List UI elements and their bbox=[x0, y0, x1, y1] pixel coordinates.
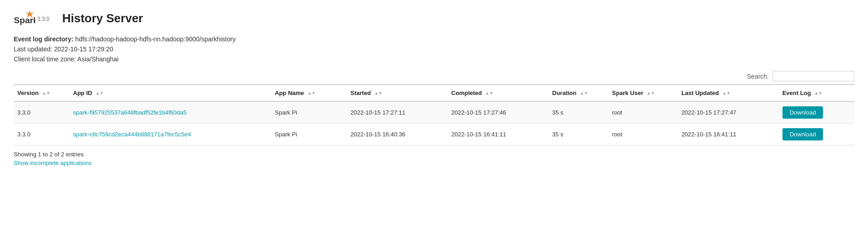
spark-logo-icon: Spark bbox=[14, 9, 35, 27]
cell-version: 3.3.0 bbox=[14, 124, 70, 145]
download-button[interactable]: Download bbox=[782, 106, 823, 119]
cell-appid: spark-c8c759cd2eca444b888171a7fec5c5e4 bbox=[70, 124, 271, 145]
sort-arrows-version[interactable]: ▲▼ bbox=[42, 91, 50, 95]
cell-sparkuser: root bbox=[608, 101, 678, 124]
cell-appname: Spark Pi bbox=[271, 101, 347, 124]
sort-arrows-duration[interactable]: ▲▼ bbox=[580, 91, 588, 95]
cell-lastupdated: 2022-10-15 17:27:47 bbox=[678, 101, 779, 124]
table-row: 3.3.0spark-f957925537a648fbadf52fe1b4f60… bbox=[14, 101, 854, 124]
col-header-lastupdated[interactable]: Last Updated ▲▼ bbox=[678, 85, 779, 101]
sort-arrows-lastupdated[interactable]: ▲▼ bbox=[722, 91, 731, 95]
page-header: Spark 3.3.0 History Server bbox=[14, 9, 854, 27]
sort-arrows-appid[interactable]: ▲▼ bbox=[96, 91, 104, 95]
page-title: History Server bbox=[62, 11, 143, 25]
col-header-completed[interactable]: Completed ▲▼ bbox=[448, 85, 549, 101]
entries-text: Showing 1 to 2 of 2 entries bbox=[14, 151, 84, 158]
table-header: Version ▲▼ App ID ▲▼ App Name ▲▼ Started… bbox=[14, 85, 854, 101]
col-header-version[interactable]: Version ▲▼ bbox=[14, 85, 70, 101]
last-updated-value: 2022-10-15 17:29:20 bbox=[54, 45, 113, 53]
col-header-duration[interactable]: Duration ▲▼ bbox=[549, 85, 609, 101]
applications-table: Version ▲▼ App ID ▲▼ App Name ▲▼ Started… bbox=[14, 84, 854, 145]
cell-completed: 2022-10-15 17:27:46 bbox=[448, 101, 549, 124]
search-row: Search: bbox=[14, 71, 854, 81]
event-log-label: Event log directory: bbox=[14, 35, 73, 43]
footer: Showing 1 to 2 of 2 entries Show incompl… bbox=[14, 151, 854, 166]
timezone-label: Client local time zone: bbox=[14, 55, 76, 63]
col-header-appid[interactable]: App ID ▲▼ bbox=[70, 85, 271, 101]
timezone-value: Asia/Shanghai bbox=[77, 55, 118, 63]
table-row: 3.3.0spark-c8c759cd2eca444b888171a7fec5c… bbox=[14, 124, 854, 145]
table-body: 3.3.0spark-f957925537a648fbadf52fe1b4f60… bbox=[14, 101, 854, 145]
sort-arrows-sparkuser[interactable]: ▲▼ bbox=[647, 91, 655, 95]
cell-duration: 35 s bbox=[549, 101, 609, 124]
cell-lastupdated: 2022-10-15 16:41:11 bbox=[678, 124, 779, 145]
app-id-link[interactable]: spark-f957925537a648fbadf52fe1b4f60da5 bbox=[73, 109, 187, 116]
cell-version: 3.3.0 bbox=[14, 101, 70, 124]
last-updated-info: Last updated: 2022-10-15 17:29:20 bbox=[14, 45, 854, 53]
cell-eventlog: Download bbox=[779, 101, 854, 124]
event-log-info: Event log directory: hdfs://hadoop-hadoo… bbox=[14, 35, 854, 43]
sort-arrows-started[interactable]: ▲▼ bbox=[374, 91, 383, 95]
spark-logo: Spark bbox=[14, 9, 37, 27]
timezone-info: Client local time zone: Asia/Shanghai bbox=[14, 55, 854, 63]
search-input[interactable] bbox=[772, 71, 854, 81]
logo-area: Spark 3.3.0 bbox=[14, 9, 55, 27]
event-log-value: hdfs://hadoop-hadoop-hdfs-nn.hadoop:9000… bbox=[75, 35, 236, 43]
cell-started: 2022-10-15 17:27:11 bbox=[347, 101, 448, 124]
show-incomplete-link[interactable]: Show incomplete applications bbox=[14, 160, 854, 166]
col-header-appname[interactable]: App Name ▲▼ bbox=[271, 85, 347, 101]
col-header-started[interactable]: Started ▲▼ bbox=[347, 85, 448, 101]
cell-eventlog: Download bbox=[779, 124, 854, 145]
cell-appname: Spark Pi bbox=[271, 124, 347, 145]
cell-appid: spark-f957925537a648fbadf52fe1b4f60da5 bbox=[70, 101, 271, 124]
sort-arrows-appname[interactable]: ▲▼ bbox=[308, 91, 316, 95]
download-button[interactable]: Download bbox=[782, 128, 823, 140]
sort-arrows-eventlog[interactable]: ▲▼ bbox=[814, 91, 823, 95]
cell-started: 2022-10-15 16:40:36 bbox=[347, 124, 448, 145]
last-updated-label: Last updated: bbox=[14, 45, 52, 53]
cell-sparkuser: root bbox=[608, 124, 678, 145]
cell-completed: 2022-10-15 16:41:11 bbox=[448, 124, 549, 145]
cell-duration: 35 s bbox=[549, 124, 609, 145]
col-header-sparkuser[interactable]: Spark User ▲▼ bbox=[608, 85, 678, 101]
col-header-eventlog[interactable]: Event Log ▲▼ bbox=[779, 85, 854, 101]
sort-arrows-completed[interactable]: ▲▼ bbox=[485, 91, 494, 95]
spark-version: 3.3.0 bbox=[37, 16, 50, 22]
search-label: Search: bbox=[747, 73, 769, 80]
app-id-link[interactable]: spark-c8c759cd2eca444b888171a7fec5c5e4 bbox=[73, 131, 191, 138]
